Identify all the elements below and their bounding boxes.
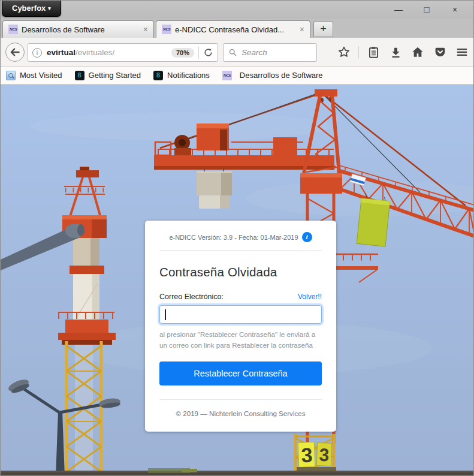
email-input[interactable] (159, 305, 322, 324)
ncs-favicon: NCS (222, 71, 232, 80)
divider (159, 399, 322, 400)
bookmark-getting-started[interactable]: 8 Getting Started (75, 71, 141, 80)
url-text: evirtual/evirtuales/ (47, 48, 114, 57)
cyberfox-icon: 8 (153, 71, 163, 80)
info-icon[interactable]: i (302, 232, 312, 242)
tab-close-icon[interactable]: × (300, 25, 304, 34)
reload-icon[interactable] (203, 47, 213, 58)
menu-button[interactable] (455, 45, 469, 59)
tab-title: Desarrollos de Software (22, 25, 140, 34)
email-label-row: Correo Electrónico: Volver!! (159, 293, 322, 301)
page-info-icon[interactable]: i (32, 48, 42, 58)
text-cursor (165, 309, 166, 320)
toolbar-icons (337, 43, 469, 62)
back-button[interactable] (5, 43, 25, 62)
bookmark-label: Most Visited (20, 71, 62, 80)
title-bar: Cyberfox▾ — □ × (1, 1, 473, 19)
copyright-text: © 2019 — Nichterlein Consulting Services (159, 409, 322, 417)
green-sign (357, 193, 391, 247)
tab-close-icon[interactable]: × (143, 25, 148, 34)
download-arrow-icon (390, 46, 402, 59)
search-placeholder: Search (241, 48, 267, 57)
divider (358, 46, 359, 58)
clipboard-icon (367, 46, 380, 59)
pocket-icon (434, 46, 446, 59)
window-controls: — □ × (390, 2, 464, 17)
ncs-favicon: NCS (162, 25, 171, 34)
navigation-toolbar: i evirtual/evirtuales/ 70% Search (1, 38, 473, 67)
ncs-favicon: NCS (8, 25, 18, 34)
restablecer-button[interactable]: Restablecer Contraseña (159, 361, 322, 385)
helper-text: al presionar "Restablecer Contraseña" le… (159, 329, 322, 351)
minimize-button[interactable]: — (390, 2, 407, 17)
page-title: Contraseña Olvidada (159, 265, 322, 279)
bookmark-most-visited[interactable]: Most Visited (6, 71, 62, 80)
search-icon (228, 48, 237, 57)
cyberfox-menu-button[interactable]: Cyberfox▾ (2, 1, 61, 17)
hamburger-icon (455, 46, 469, 59)
cyberfox-icon: 8 (75, 71, 84, 80)
bookmarks-toolbar: Most Visited 8 Getting Started 8 Notific… (1, 67, 473, 85)
app-title: Cyberfox (12, 4, 46, 13)
url-path: /evirtuales/ (76, 48, 114, 57)
page-content: 3 3 e-NDICC Versión: 3.9 - Fecha: 01-Mar… (1, 85, 474, 476)
bookmarks-menu-button[interactable] (366, 45, 381, 59)
bookmark-label: Getting Started (89, 71, 141, 80)
password-reset-card: e-NDICC Versión: 3.9 - Fecha: 01-Mar-201… (145, 221, 336, 432)
divider (198, 47, 199, 59)
divider (159, 250, 322, 251)
tab-bar: NCS Desarrollos de Software × NCS e-NDIC… (1, 19, 473, 38)
email-label: Correo Electrónico: (159, 293, 224, 301)
address-bar[interactable]: i evirtual/evirtuales/ 70% (28, 43, 218, 62)
bookmark-ncs-desarrollos[interactable]: NCS Desarrollos de Software (222, 71, 323, 80)
version-text: e-NDICC Versión: 3.9 - Fecha: 01-Mar-201… (169, 234, 298, 241)
tab-title: e-NDICC Contraseña Olvidad... (175, 25, 296, 34)
volver-link[interactable]: Volver!! (298, 293, 322, 301)
bookmark-notifications[interactable]: 8 Notifications (153, 71, 210, 80)
pocket-button[interactable] (433, 45, 447, 59)
version-row: e-NDICC Versión: 3.9 - Fecha: 01-Mar-201… (159, 232, 322, 242)
chevron-down-icon: ▾ (48, 5, 51, 11)
browser-window: Cyberfox▾ — □ × NCS Desarrollos de Softw… (0, 0, 474, 476)
close-button[interactable]: × (446, 2, 464, 17)
downloads-button[interactable] (388, 45, 403, 59)
star-icon (337, 46, 351, 59)
bookmark-label: Notifications (167, 71, 210, 80)
crane-sign-number: 3 (301, 444, 313, 467)
new-tab-button[interactable]: + (313, 21, 333, 37)
bookmark-star-button[interactable] (337, 45, 351, 59)
back-arrow-icon (9, 46, 21, 58)
url-host: evirtual (47, 48, 76, 57)
bookmark-label: Desarrollos de Software (240, 71, 323, 80)
zoom-level-badge[interactable]: 70% (171, 48, 194, 58)
most-visited-folder-icon (6, 71, 16, 80)
search-bar[interactable]: Search (223, 43, 317, 62)
home-icon (411, 46, 424, 59)
tab-desarrollos[interactable]: NCS Desarrollos de Software × (2, 20, 154, 38)
home-button[interactable] (410, 45, 425, 59)
maximize-button[interactable]: □ (418, 2, 436, 17)
tab-endicc-active[interactable]: NCS e-NDICC Contraseña Olvidad... × (156, 20, 310, 38)
crane-sign-number: 3 (319, 445, 330, 465)
